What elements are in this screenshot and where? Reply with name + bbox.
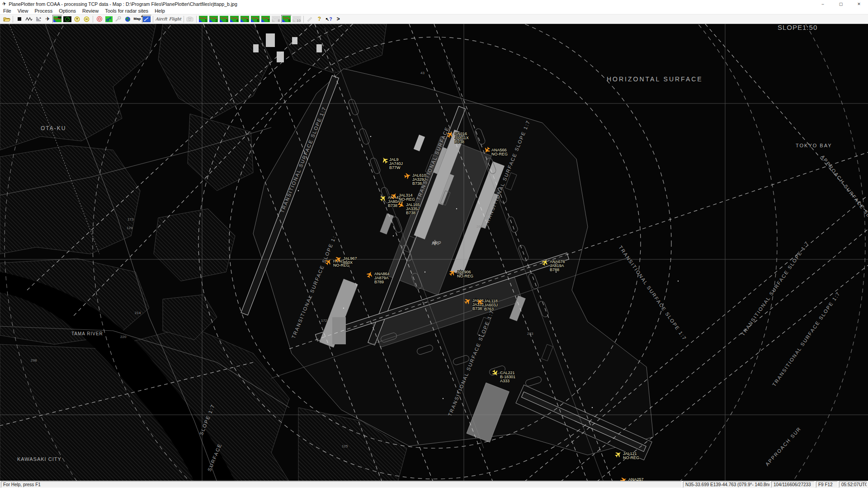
spot-height: 43 bbox=[420, 71, 425, 75]
svg-text:6: 6 bbox=[257, 19, 259, 22]
menu-tools-for-radar-sites[interactable]: Tools for radar sites bbox=[102, 8, 151, 14]
aircraft-label-line: B738 bbox=[388, 203, 397, 208]
map-thumb-icon: 2 bbox=[209, 16, 218, 22]
pencil-check-icon bbox=[143, 16, 151, 22]
spot-height: 173 bbox=[127, 217, 134, 221]
minimize-button[interactable]: – bbox=[814, 0, 832, 8]
planeplotter-window: ✈ PlanePlotter from COAA - processing TC… bbox=[0, 0, 868, 488]
stop-square-icon bbox=[18, 17, 21, 21]
circle-pause-icon bbox=[84, 16, 90, 22]
signal-button[interactable] bbox=[24, 15, 33, 23]
maximize-button[interactable]: ▢ bbox=[832, 0, 850, 8]
open-file-button[interactable] bbox=[2, 15, 11, 23]
aircraft-label-line: B738 bbox=[472, 306, 482, 311]
status-bar: For Help, press F1 N35-33.699 E139-44.76… bbox=[0, 481, 868, 488]
context-help-button[interactable]: ↖? bbox=[324, 15, 334, 23]
target-icon bbox=[96, 16, 103, 22]
map-plus-button[interactable]: Map+ bbox=[132, 15, 142, 23]
map-8-button: 8 bbox=[271, 15, 281, 23]
tools-button bbox=[113, 15, 123, 23]
menu-review[interactable]: Review bbox=[79, 8, 102, 14]
close-button[interactable]: ✕ bbox=[850, 0, 868, 8]
wrench-icon bbox=[115, 16, 122, 22]
menu-view[interactable]: View bbox=[14, 8, 32, 14]
pause-circle-button[interactable] bbox=[82, 15, 91, 23]
chart-view-button[interactable] bbox=[52, 15, 62, 23]
svg-text:8: 8 bbox=[278, 19, 280, 22]
pencil-icon bbox=[307, 16, 313, 22]
flight-button[interactable]: Flight bbox=[168, 15, 182, 23]
status-position: N35-33.699 E139-44.763 (079.9°- 140.8nm) bbox=[683, 481, 770, 488]
map-thumb-icon: 10 bbox=[292, 16, 301, 22]
aircraft-label-line: A333 bbox=[500, 379, 509, 383]
aircraft-label-line: NO-REG bbox=[623, 455, 639, 460]
svg-text:9: 9 bbox=[288, 19, 290, 22]
region-label: TOKYO BAY bbox=[796, 143, 832, 148]
svg-text:5: 5 bbox=[246, 19, 249, 22]
toolbar-separator bbox=[184, 16, 184, 23]
record-button[interactable] bbox=[94, 15, 104, 23]
draw-button bbox=[305, 15, 315, 23]
map-6-button[interactable]: 6 bbox=[250, 15, 260, 23]
map-9-button[interactable]: 9 bbox=[281, 15, 292, 23]
map-canvas[interactable]: 43173129214220298260233172125 SLOPE1:50H… bbox=[0, 24, 868, 481]
mark-mode-button[interactable] bbox=[142, 15, 151, 23]
map-5-button[interactable]: 5 bbox=[240, 15, 250, 23]
aircft-button[interactable]: Aircft bbox=[155, 15, 168, 23]
map-thumb-icon: 3 bbox=[220, 16, 228, 22]
chevron-right-icon: > bbox=[337, 16, 340, 22]
map-thumb-icon: 9 bbox=[282, 16, 291, 22]
title-bar: ✈ PlanePlotter from COAA - processing TC… bbox=[0, 0, 868, 8]
svg-text:4: 4 bbox=[236, 19, 238, 22]
aircraft-label-line: B789 bbox=[374, 280, 384, 284]
waveform-icon bbox=[25, 16, 33, 22]
menu-options[interactable]: Options bbox=[56, 8, 79, 14]
aircraft-label-line: B788 bbox=[550, 267, 559, 272]
stop-button[interactable] bbox=[14, 15, 24, 23]
region-label: HORIZONTAL SURFACE bbox=[607, 75, 703, 83]
question-icon: ? bbox=[318, 16, 321, 22]
map-chart-icon bbox=[53, 16, 61, 22]
app-plane-icon: ✈ bbox=[2, 0, 7, 7]
aircraft-list-button[interactable]: ✈ bbox=[43, 15, 52, 23]
aircraft-label-line: ANA257 bbox=[628, 477, 644, 481]
menu-process[interactable]: Process bbox=[31, 8, 56, 14]
camera-icon bbox=[186, 16, 193, 22]
region-label: ARP bbox=[432, 241, 441, 246]
map-thumb-icon: 6 bbox=[251, 16, 259, 22]
menu-file[interactable]: File bbox=[0, 8, 14, 14]
map-1-button[interactable]: 1 bbox=[198, 15, 208, 23]
region-label: OTA-KU bbox=[41, 125, 66, 131]
svg-text:2: 2 bbox=[215, 19, 217, 22]
help-button[interactable]: ? bbox=[315, 15, 324, 23]
more-tools-button[interactable]: > bbox=[334, 15, 343, 23]
svg-text:10: 10 bbox=[297, 19, 301, 22]
svg-text:7: 7 bbox=[267, 19, 269, 22]
svg-text:3: 3 bbox=[226, 19, 228, 22]
map-4-button[interactable]: 4 bbox=[229, 15, 240, 23]
globe-button[interactable] bbox=[123, 15, 132, 23]
map-2-button[interactable]: 2 bbox=[208, 15, 219, 23]
levels-button[interactable] bbox=[33, 15, 43, 23]
aircraft-label-line: B77W bbox=[389, 165, 401, 170]
upload-circle-button[interactable] bbox=[72, 15, 82, 23]
share-key-button[interactable] bbox=[104, 15, 113, 23]
radar-view-button[interactable] bbox=[62, 15, 72, 23]
map-thumb-icon: 1 bbox=[199, 16, 208, 22]
spot-height: 172 bbox=[321, 319, 327, 323]
aircraft-label-line: B763 bbox=[484, 307, 494, 311]
aircraft-label-line: NO-REG bbox=[457, 274, 473, 278]
aircraft-label-line: B738 bbox=[412, 181, 422, 186]
toolbar-separator bbox=[13, 16, 13, 23]
region-label: TAMA RIVER bbox=[71, 331, 103, 336]
map-7-button[interactable]: 7 bbox=[260, 15, 271, 23]
toolbar-separator bbox=[196, 16, 197, 23]
arrow-question-icon: ↖? bbox=[326, 17, 332, 22]
svg-text:1: 1 bbox=[205, 19, 207, 22]
menu-bar: FileViewProcessOptionsReviewTools for ra… bbox=[0, 8, 868, 14]
toolbar-separator bbox=[303, 16, 304, 23]
aircraft-label-line: B738 bbox=[406, 211, 415, 215]
key-icon bbox=[105, 16, 113, 22]
map-3-button[interactable]: 3 bbox=[219, 15, 229, 23]
menu-help[interactable]: Help bbox=[151, 8, 168, 14]
